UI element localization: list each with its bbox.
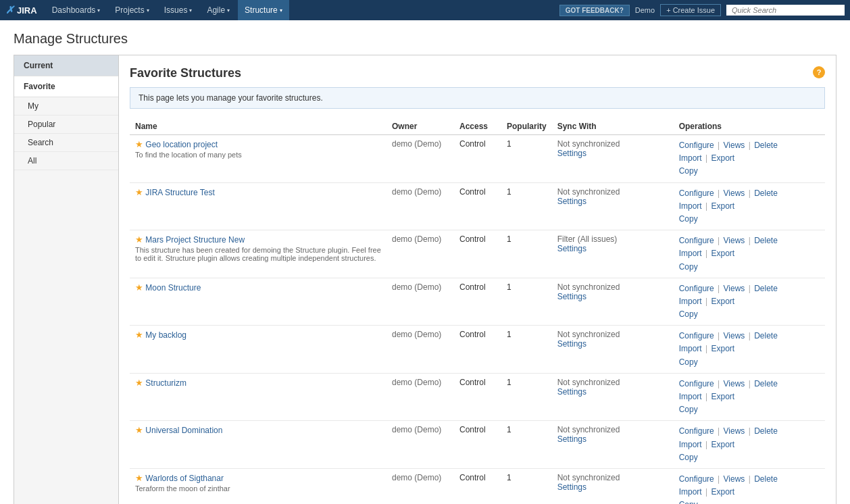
import-link[interactable]: Import	[679, 440, 702, 449]
delete-link[interactable]: Delete	[754, 426, 778, 436]
sidebar-item-all[interactable]: All	[14, 152, 118, 170]
delete-link[interactable]: Delete	[754, 331, 778, 341]
nav-agile[interactable]: Agile ▾	[200, 0, 236, 20]
copy-link[interactable]: Copy	[679, 214, 698, 224]
views-link[interactable]: Views	[724, 331, 745, 341]
op-separator: |	[749, 284, 751, 293]
chevron-down-icon: ▾	[189, 7, 192, 14]
feedback-button[interactable]: GOT FEEDBACK?	[559, 5, 630, 16]
export-link[interactable]: Export	[711, 440, 735, 449]
col-header-name: Name	[130, 118, 386, 135]
op-separator: |	[749, 236, 751, 245]
views-link[interactable]: Views	[724, 188, 745, 198]
configure-link[interactable]: Configure	[679, 379, 714, 388]
star-icon[interactable]: ★	[135, 378, 143, 388]
views-link[interactable]: Views	[724, 426, 745, 436]
nav-issues[interactable]: Issues ▾	[157, 0, 199, 20]
structure-name-link[interactable]: Universal Domination	[145, 426, 222, 435]
import-link[interactable]: Import	[679, 153, 702, 163]
sync-settings-link[interactable]: Settings	[557, 482, 586, 492]
sync-status: Not synchronized	[557, 473, 620, 482]
sync-settings-link[interactable]: Settings	[557, 292, 586, 301]
import-link[interactable]: Import	[679, 392, 702, 401]
sidebar-item-search[interactable]: Search	[14, 134, 118, 152]
sync-settings-link[interactable]: Settings	[557, 339, 586, 349]
delete-link[interactable]: Delete	[754, 188, 778, 198]
sidebar-item-current[interactable]: Current	[14, 55, 118, 76]
copy-link[interactable]: Copy	[679, 262, 698, 272]
create-issue-button[interactable]: + Create Issue	[660, 4, 721, 16]
configure-link[interactable]: Configure	[679, 331, 714, 341]
import-link[interactable]: Import	[679, 344, 702, 353]
sync-settings-link[interactable]: Settings	[557, 244, 586, 253]
sidebar: Current Favorite My Popular Search All	[14, 55, 118, 504]
import-link[interactable]: Import	[679, 201, 702, 211]
export-link[interactable]: Export	[711, 392, 735, 401]
configure-link[interactable]: Configure	[679, 284, 714, 293]
structure-name-link[interactable]: Structurizm	[145, 378, 186, 388]
star-icon[interactable]: ★	[135, 473, 143, 483]
structures-table: Name Owner Access Popularity Sync With O…	[130, 118, 825, 504]
copy-link[interactable]: Copy	[679, 405, 698, 414]
structure-name-link[interactable]: Mars Project Structure New	[145, 235, 245, 245]
operations-cell: Configure | Views | Delete Import | Expo…	[674, 135, 825, 183]
sync-settings-link[interactable]: Settings	[557, 387, 586, 397]
views-link[interactable]: Views	[724, 141, 745, 150]
structure-name-link[interactable]: Geo location project	[145, 140, 218, 149]
sync-settings-link[interactable]: Settings	[557, 434, 586, 444]
configure-link[interactable]: Configure	[679, 188, 714, 198]
export-link[interactable]: Export	[711, 297, 735, 306]
configure-link[interactable]: Configure	[679, 474, 714, 484]
import-link[interactable]: Import	[679, 249, 702, 258]
star-icon[interactable]: ★	[135, 425, 143, 435]
delete-link[interactable]: Delete	[754, 474, 778, 484]
structure-name-link[interactable]: Moon Structure	[145, 283, 201, 293]
export-link[interactable]: Export	[711, 153, 735, 163]
star-icon[interactable]: ★	[135, 187, 143, 197]
views-link[interactable]: Views	[724, 284, 745, 293]
export-link[interactable]: Export	[711, 344, 735, 353]
owner-cell: demo (Demo)	[386, 326, 454, 374]
star-icon[interactable]: ★	[135, 139, 143, 149]
nav-projects[interactable]: Projects ▾	[108, 0, 155, 20]
col-header-access: Access	[454, 118, 501, 135]
sidebar-item-favorite[interactable]: Favorite	[14, 76, 118, 97]
configure-link[interactable]: Configure	[679, 426, 714, 436]
delete-link[interactable]: Delete	[754, 236, 778, 245]
quick-search-input[interactable]	[726, 5, 845, 16]
delete-link[interactable]: Delete	[754, 284, 778, 293]
sync-settings-link[interactable]: Settings	[557, 149, 586, 158]
star-icon[interactable]: ★	[135, 234, 143, 245]
star-icon[interactable]: ★	[135, 330, 143, 340]
nav-structure[interactable]: Structure ▾	[238, 0, 289, 20]
sync-cell: Not synchronized Settings	[552, 468, 674, 504]
export-link[interactable]: Export	[711, 249, 735, 258]
import-link[interactable]: Import	[679, 297, 702, 306]
star-icon[interactable]: ★	[135, 282, 143, 293]
configure-link[interactable]: Configure	[679, 141, 714, 150]
delete-link[interactable]: Delete	[754, 141, 778, 150]
views-link[interactable]: Views	[724, 379, 745, 388]
configure-link[interactable]: Configure	[679, 236, 714, 245]
sync-settings-link[interactable]: Settings	[557, 197, 586, 206]
copy-link[interactable]: Copy	[679, 500, 698, 504]
delete-link[interactable]: Delete	[754, 379, 778, 388]
views-link[interactable]: Views	[724, 236, 745, 245]
sidebar-item-my[interactable]: My	[14, 97, 118, 116]
copy-link[interactable]: Copy	[679, 309, 698, 319]
top-navbar: ✗ JIRA Dashboards ▾ Projects ▾ Issues ▾ …	[0, 0, 850, 20]
structure-name-link[interactable]: Warlords of Sigthanar	[145, 474, 224, 483]
op-separator: |	[749, 474, 751, 484]
copy-link[interactable]: Copy	[679, 453, 698, 462]
help-icon[interactable]: ?	[813, 66, 825, 78]
structure-name-link[interactable]: My backlog	[145, 330, 186, 340]
nav-dashboards[interactable]: Dashboards ▾	[45, 0, 107, 20]
copy-link[interactable]: Copy	[679, 166, 698, 176]
copy-link[interactable]: Copy	[679, 357, 698, 367]
export-link[interactable]: Export	[711, 201, 735, 211]
sidebar-item-popular[interactable]: Popular	[14, 116, 118, 134]
export-link[interactable]: Export	[711, 487, 735, 497]
import-link[interactable]: Import	[679, 487, 702, 497]
structure-name-link[interactable]: JIRA Structure Test	[145, 188, 215, 197]
views-link[interactable]: Views	[724, 474, 745, 484]
